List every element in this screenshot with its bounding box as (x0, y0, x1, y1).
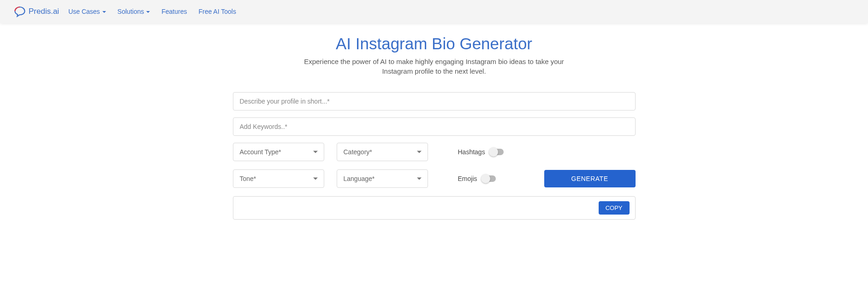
toggle-knob (481, 174, 490, 183)
nav: Use Cases Solutions Features Free AI Too… (68, 8, 236, 15)
controls-row-2: Tone* Language* Emojis GENERATE (233, 169, 636, 188)
tone-select[interactable]: Tone* (233, 169, 324, 188)
language-select-wrapper: Language* (337, 169, 428, 188)
toggle-knob (489, 147, 498, 157)
emojis-label: Emojis (458, 175, 477, 182)
nav-label: Solutions (118, 8, 144, 15)
category-select[interactable]: Category* (337, 143, 428, 161)
generate-button[interactable]: GENERATE (544, 170, 636, 187)
nav-free-ai-tools[interactable]: Free AI Tools (198, 8, 236, 15)
nav-label: Free AI Tools (198, 8, 236, 15)
caret-down-icon (146, 11, 150, 13)
hashtags-toggle-group: Hashtags (458, 148, 504, 156)
nav-label: Features (161, 8, 187, 15)
form-container: Account Type* Category* Hashtags Tone* L… (233, 92, 636, 220)
nav-solutions[interactable]: Solutions (118, 8, 150, 15)
nav-use-cases[interactable]: Use Cases (68, 8, 106, 15)
nav-features[interactable]: Features (161, 8, 187, 15)
category-select-wrapper: Category* (337, 143, 428, 161)
logo[interactable]: Predis.ai (14, 6, 59, 17)
keywords-input[interactable] (233, 117, 636, 136)
account-type-select[interactable]: Account Type* (233, 143, 324, 161)
logo-icon (14, 6, 26, 17)
emojis-toggle-group: Emojis (458, 175, 496, 182)
main: AI Instagram Bio Generator Experience th… (203, 23, 665, 231)
account-type-select-wrapper: Account Type* (233, 143, 324, 161)
copy-button[interactable]: COPY (599, 201, 630, 215)
language-select[interactable]: Language* (337, 169, 428, 188)
output-container: COPY (233, 196, 636, 220)
describe-input[interactable] (233, 92, 636, 111)
caret-down-icon (102, 11, 106, 13)
page-subtitle: Experience the power of AI to make highl… (296, 57, 572, 76)
tone-select-wrapper: Tone* (233, 169, 324, 188)
emojis-toggle[interactable] (482, 175, 496, 182)
hashtags-label: Hashtags (458, 148, 485, 156)
logo-text: Predis.ai (29, 7, 59, 16)
controls-row-1: Account Type* Category* Hashtags (233, 143, 636, 161)
page-title: AI Instagram Bio Generator (213, 35, 655, 53)
nav-label: Use Cases (68, 8, 100, 15)
header: Predis.ai Use Cases Solutions Features F… (0, 0, 868, 23)
hashtags-toggle[interactable] (490, 149, 504, 155)
